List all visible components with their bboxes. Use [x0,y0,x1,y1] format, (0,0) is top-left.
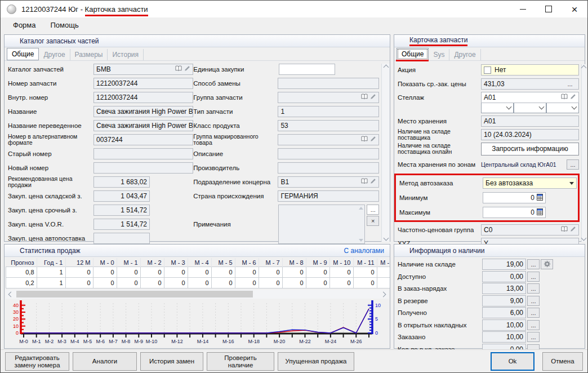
tab-drugoe[interactable]: Другое [39,49,70,60]
shelf-field[interactable]: A01 [481,92,579,103]
more-button[interactable]: ... [527,259,540,269]
lost-sale-button[interactable]: Упущенная продажа [278,352,354,371]
part-number-input[interactable]: 12120037244 [93,78,193,89]
close-button[interactable]: × [562,1,587,17]
replacement-history-button[interactable]: История замен [140,352,203,371]
menu-help[interactable]: Помощь [51,21,79,29]
shelf-combo-2[interactable] [514,102,546,113]
minimum-input[interactable]: 0 [483,192,546,203]
avg-price-field[interactable]: 431,03 ... [481,78,579,90]
replace-method-input[interactable] [278,78,379,89]
scroll-down-icon[interactable] [383,236,389,241]
request-info-button[interactable]: Запросить информацию [481,143,579,156]
stock-qty-field[interactable]: 19,00 [482,259,526,270]
reserved-qty-field[interactable]: 9,00 [482,295,526,307]
calculator-icon[interactable] [537,208,543,217]
stats-horizontal-scrollbar[interactable] [6,290,389,299]
recommended-price-input[interactable]: 1 683,02 [93,176,150,188]
old-number-input[interactable] [93,148,193,159]
part-group-input[interactable] [278,92,379,103]
maximize-button[interactable] [536,1,562,17]
description-input[interactable] [278,148,379,159]
autoorder-method-select[interactable]: Без автозаказа [483,177,577,189]
scroll-right-icon[interactable] [381,291,386,297]
check-availability-button[interactable]: Проверить наличие [207,352,274,371]
book-icon[interactable] [561,226,568,234]
work-orders-qty-field[interactable]: 13,00 [482,283,526,294]
storage-place-field[interactable]: A01 [481,116,579,127]
book-icon[interactable] [175,65,182,73]
more-button[interactable]: ... [527,320,540,330]
product-class-input[interactable]: 53 [278,120,379,131]
pencil-icon[interactable] [370,94,376,101]
tab-obshchie[interactable]: Общие [397,48,429,60]
scroll-down-icon[interactable] [581,236,587,241]
more-button[interactable]: ... [527,332,540,342]
freq-price-group-field[interactable]: C0 [481,224,579,236]
purchase-price-vor-input[interactable]: 1 514,72 [93,219,150,230]
tab-sys[interactable]: Sys [429,49,449,60]
cancel-button[interactable]: Отмена [542,352,583,371]
catalog-input[interactable]: БМВ [93,64,193,75]
more-button[interactable]: ... [564,79,576,89]
ordered-qty-field[interactable]: 10,00 [482,331,526,343]
tab-drugoe[interactable]: Другое [449,49,480,60]
stats-row[interactable]: 0,2100000000000000 [6,278,390,288]
promo-field[interactable]: Нет [481,64,579,76]
stats-row[interactable]: 0,8100000000000000 [6,267,390,278]
marked-goods-group-input[interactable] [278,134,379,145]
scroll-down-icon[interactable] [359,239,363,242]
purchase-price-urgent-input[interactable]: 1 514,72 [93,205,150,216]
promo-checkbox[interactable] [484,66,491,74]
purchase-unit-input[interactable] [279,64,335,75]
purchase-price-warehouse-input[interactable]: 1 043,47 [93,190,150,202]
supplier-stock-field[interactable]: 10 (24.03.2024) [481,129,579,140]
zones-more-button[interactable]: ... [567,159,579,170]
pencil-icon[interactable] [184,65,190,73]
calculator-icon[interactable] [537,194,543,202]
translated-name-input[interactable]: Свеча зажигания High Power BOSC [93,120,193,131]
received-qty-field[interactable]: 6,00 [482,307,526,318]
tab-istoriya[interactable]: История [108,49,144,60]
shelf-combo-1[interactable] [481,102,514,113]
menu-forma[interactable]: Форма [13,21,36,29]
tab-razmery[interactable]: Размеры [70,49,108,60]
analogs-button[interactable]: Аналоги [73,352,137,371]
tab-obshchie[interactable]: Общие [7,48,39,60]
book-icon[interactable] [361,94,368,101]
pencil-icon[interactable] [370,178,376,186]
pencil-icon[interactable] [570,94,576,101]
scroll-left-icon[interactable] [8,291,14,297]
country-of-origin-input[interactable]: ГЕРМАНИЯ [278,190,379,202]
more-button[interactable]: ... [527,296,540,306]
maximum-input[interactable]: 0 [483,207,546,218]
more-button[interactable]: ... [527,272,540,282]
minimize-button[interactable] [510,1,536,17]
pencil-icon[interactable] [570,226,576,234]
pencil-icon[interactable] [370,136,376,144]
card-vertical-scrollbar[interactable] [581,64,586,242]
part-type-input[interactable]: 1 [278,106,379,117]
scrollbar-thumb[interactable] [16,291,253,297]
ok-button[interactable]: Ok [491,352,534,371]
catalog-vertical-scrollbar[interactable] [381,64,390,242]
notes-clear-button[interactable]: × [367,216,379,226]
name-input[interactable]: Свеча зажигания High Power BOSC [93,106,193,117]
edit-replacement-button[interactable]: Редактировать замену номера [5,352,69,371]
book-icon[interactable] [361,136,368,144]
scroll-up-icon[interactable] [581,65,587,71]
open-invoices-qty-field[interactable]: 10,00 [482,319,526,331]
more-button[interactable]: ... [527,308,540,318]
alt-number-input[interactable]: 0037244 [93,134,193,145]
scroll-up-icon[interactable] [383,65,389,70]
book-icon[interactable] [561,94,568,101]
purchase-price-auto-input[interactable] [93,233,150,244]
new-number-input[interactable] [93,162,193,174]
concern-division-input[interactable]: B1 [278,176,379,188]
book-icon[interactable] [361,178,368,186]
internal-number-input[interactable]: 12120037244 [93,92,193,103]
shelf-combo-3[interactable] [546,102,579,113]
manufacturer-input[interactable] [278,162,379,174]
scroll-up-icon[interactable] [359,207,363,210]
more-button[interactable]: ... [527,283,540,294]
